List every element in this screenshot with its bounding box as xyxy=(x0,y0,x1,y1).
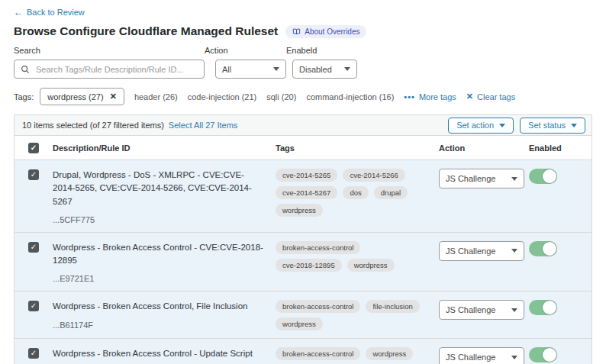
enabled-toggle[interactable] xyxy=(529,300,557,315)
row-action-cell: JS Challenge xyxy=(439,347,529,364)
chevron-down-icon xyxy=(571,124,577,127)
back-link-label: Back to Review xyxy=(27,8,85,17)
header-action: Action xyxy=(439,143,529,153)
row-action-value: JS Challenge xyxy=(446,174,495,183)
enabled-label: Enabeld xyxy=(286,46,357,55)
selected-tag-chip[interactable]: wordpress (27) ✕ xyxy=(40,88,124,105)
table-row: ✓ Wordpress - Broken Access Control, Fil… xyxy=(15,292,591,339)
row-description-cell: Wordpress - Broken Access Control - CVE:… xyxy=(53,241,276,284)
page-title: Browse Configure Cloudflare Managed Rule… xyxy=(14,24,278,38)
page: ← Back to Review Browse Configure Cloudf… xyxy=(0,0,606,364)
enabled-filter-value: Disabled xyxy=(299,65,332,74)
tag-pill: cve-2014-5267 xyxy=(276,186,337,199)
row-action-value: JS Challenge xyxy=(446,246,495,256)
row-checkbox-cell: ✓ xyxy=(15,241,53,284)
tag-option[interactable]: sqli (20) xyxy=(266,92,296,101)
search-input[interactable] xyxy=(34,64,198,75)
set-action-button[interactable]: Set action xyxy=(448,118,514,134)
set-status-label: Set status xyxy=(528,121,566,130)
header-tags: Tags xyxy=(276,143,439,153)
table-row: ✓ Wordpress - Broken Access Control - CV… xyxy=(15,233,591,292)
tag-pill: cve-2014-5265 xyxy=(276,169,337,182)
row-checkbox[interactable]: ✓ xyxy=(28,169,39,180)
action-filter: Action All xyxy=(205,46,286,79)
set-status-button[interactable]: Set status xyxy=(520,118,585,134)
more-tags-link[interactable]: ••• More tags xyxy=(404,92,456,101)
row-tags: cve-2014-5265cve-2014-5266cve-2014-5267d… xyxy=(276,169,431,217)
row-enabled-cell xyxy=(529,347,591,364)
tag-pill: broken-access-control xyxy=(276,241,360,254)
row-action-value: JS Challenge xyxy=(446,305,495,314)
tags-bar: Tags: wordpress (27) ✕ header (26)code-i… xyxy=(14,88,592,105)
remove-tag-icon[interactable]: ✕ xyxy=(110,92,117,101)
tag-option[interactable]: header (26) xyxy=(134,92,178,101)
ellipsis-icon: ••• xyxy=(404,92,415,101)
tag-pill: wordpress xyxy=(366,347,413,360)
enabled-toggle[interactable] xyxy=(529,241,557,256)
row-tags: broken-access-controlcve-2018-12895wordp… xyxy=(276,241,431,272)
table-header-row: ✓ Description/Rule ID Tags Action Enable… xyxy=(15,136,591,160)
clear-x-icon: ✕ xyxy=(466,92,473,101)
row-description-cell: Drupal, Wordpress - DoS - XMLRPC - CVE:C… xyxy=(53,169,276,224)
row-action-select[interactable]: JS Challenge xyxy=(439,241,524,261)
selection-bar: 10 items selected (of 27 filtered items)… xyxy=(15,115,591,136)
row-action-cell: JS Challenge xyxy=(439,169,529,224)
chevron-down-icon xyxy=(499,124,505,127)
title-row: Browse Configure Cloudflare Managed Rule… xyxy=(14,24,592,38)
tag-option[interactable]: code-injection (21) xyxy=(188,92,257,101)
row-tags-cell: cve-2014-5265cve-2014-5266cve-2014-5267d… xyxy=(276,169,439,224)
row-enabled-cell xyxy=(529,169,591,224)
action-filter-select[interactable]: All xyxy=(215,60,286,79)
row-checkbox[interactable]: ✓ xyxy=(28,242,39,253)
row-description: Wordpress - Broken Access Control - Upda… xyxy=(53,347,263,360)
row-action-select[interactable]: JS Challenge xyxy=(439,347,524,364)
row-checkbox[interactable]: ✓ xyxy=(28,348,39,359)
enabled-toggle[interactable] xyxy=(529,169,557,184)
clear-tags-link[interactable]: ✕ Clear tags xyxy=(466,92,515,101)
chevron-down-icon xyxy=(273,67,279,71)
row-description: Drupal, Wordpress - DoS - XMLRPC - CVE:C… xyxy=(53,169,263,208)
book-icon xyxy=(292,27,301,36)
enabled-filter: Enabeld Disabled xyxy=(286,46,357,79)
row-checkbox[interactable]: ✓ xyxy=(28,301,39,311)
row-action-select[interactable]: JS Challenge xyxy=(439,300,524,320)
selection-summary: 10 items selected (of 27 filtered items) xyxy=(22,121,164,130)
select-all-link[interactable]: Select All 27 Items xyxy=(169,121,238,130)
row-action-value: JS Challenge xyxy=(446,353,495,362)
tag-pill: wordpress xyxy=(276,317,323,330)
row-action-cell: JS Challenge xyxy=(439,300,529,330)
table-row: ✓ Drupal, Wordpress - DoS - XMLRPC - CVE… xyxy=(15,160,591,233)
enabled-filter-select[interactable]: Disabled xyxy=(292,60,357,79)
search-box xyxy=(14,60,205,79)
header-checkbox-cell: ✓ xyxy=(15,142,53,153)
tag-option[interactable]: command-injection (16) xyxy=(306,92,394,101)
back-arrow-icon: ← xyxy=(14,8,23,17)
back-to-review-link[interactable]: ← Back to Review xyxy=(14,8,85,17)
bulk-actions: Set action Set status xyxy=(448,118,585,134)
row-action-cell: JS Challenge xyxy=(439,241,529,284)
tag-pill: dos xyxy=(343,186,368,199)
row-action-select[interactable]: JS Challenge xyxy=(439,169,524,188)
row-description: Wordpress - Broken Access Control - CVE:… xyxy=(53,241,263,268)
toggle-knob xyxy=(543,169,556,183)
row-enabled-cell xyxy=(529,300,591,330)
table-row: ✓ Wordpress - Broken Access Control - Up… xyxy=(15,339,591,364)
select-all-checkbox[interactable]: ✓ xyxy=(28,143,39,153)
search-filter: Search xyxy=(14,46,205,79)
row-checkbox-cell: ✓ xyxy=(15,347,53,364)
search-icon xyxy=(21,65,30,74)
tags-label: Tags: xyxy=(14,92,34,101)
row-checkbox-cell: ✓ xyxy=(15,169,53,224)
tag-pill: broken-access-control xyxy=(276,300,360,313)
tag-pill: cve-2018-12895 xyxy=(276,259,342,272)
row-description: Wordpress - Broken Access Control, File … xyxy=(53,300,263,313)
row-rule-id: ...B61174F xyxy=(53,321,263,330)
selected-tag-label: wordpress (27) xyxy=(47,92,103,101)
about-overrides-label: About Overrides xyxy=(305,27,359,36)
row-tags-cell: broken-access-controlcve-2018-12895wordp… xyxy=(276,241,439,284)
enabled-toggle[interactable] xyxy=(529,347,557,362)
tag-pill: cve-2014-5266 xyxy=(343,169,405,182)
about-overrides-badge[interactable]: About Overrides xyxy=(285,25,366,38)
tag-pill: wordpress xyxy=(347,259,395,272)
ruleset-table: 10 items selected (of 27 filtered items)… xyxy=(14,114,592,364)
